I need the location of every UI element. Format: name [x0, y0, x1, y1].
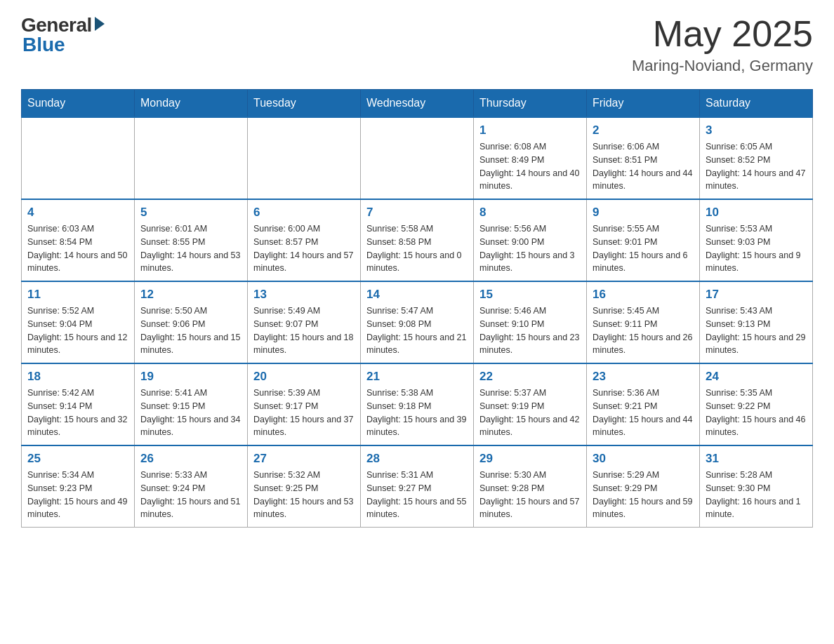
- calendar-cell-4-5: 22Sunrise: 5:37 AMSunset: 9:19 PMDayligh…: [474, 363, 587, 445]
- calendar-cell-1-5: 1Sunrise: 6:08 AMSunset: 8:49 PMDaylight…: [474, 117, 587, 199]
- day-info: Sunrise: 5:46 AMSunset: 9:10 PMDaylight:…: [479, 304, 581, 357]
- day-info: Sunrise: 5:41 AMSunset: 9:15 PMDaylight:…: [140, 387, 241, 439]
- day-info: Sunrise: 5:52 AMSunset: 9:04 PMDaylight:…: [27, 304, 128, 357]
- day-info: Sunrise: 5:35 AMSunset: 9:22 PMDaylight:…: [706, 387, 807, 439]
- day-number: 4: [27, 206, 128, 220]
- title-section: May 2025 Maring-Noviand, Germany: [632, 14, 813, 75]
- day-number: 6: [253, 206, 355, 220]
- day-info: Sunrise: 6:05 AMSunset: 8:52 PMDaylight:…: [706, 140, 807, 193]
- month-title: May 2025: [632, 14, 813, 54]
- day-info: Sunrise: 5:42 AMSunset: 9:14 PMDaylight:…: [27, 387, 128, 439]
- day-info: Sunrise: 5:38 AMSunset: 9:18 PMDaylight:…: [366, 387, 468, 439]
- day-number: 20: [253, 370, 355, 384]
- calendar-header-monday: Monday: [135, 90, 248, 118]
- day-number: 14: [366, 288, 468, 302]
- calendar-cell-4-2: 19Sunrise: 5:41 AMSunset: 9:15 PMDayligh…: [135, 363, 248, 445]
- calendar-header-row: SundayMondayTuesdayWednesdayThursdayFrid…: [22, 90, 813, 118]
- day-info: Sunrise: 5:45 AMSunset: 9:11 PMDaylight:…: [593, 304, 694, 357]
- day-info: Sunrise: 5:43 AMSunset: 9:13 PMDaylight:…: [706, 304, 807, 357]
- day-number: 3: [706, 123, 807, 137]
- calendar-cell-4-7: 24Sunrise: 5:35 AMSunset: 9:22 PMDayligh…: [700, 363, 813, 445]
- calendar-week-row-3: 11Sunrise: 5:52 AMSunset: 9:04 PMDayligh…: [22, 281, 813, 363]
- calendar-cell-2-6: 9Sunrise: 5:55 AMSunset: 9:01 PMDaylight…: [587, 199, 700, 281]
- day-number: 25: [27, 452, 128, 466]
- page-header: General Blue May 2025 Maring-Noviand, Ge…: [21, 14, 813, 75]
- day-info: Sunrise: 6:06 AMSunset: 8:51 PMDaylight:…: [593, 140, 694, 193]
- calendar-cell-5-3: 27Sunrise: 5:32 AMSunset: 9:25 PMDayligh…: [248, 445, 361, 528]
- day-info: Sunrise: 5:55 AMSunset: 9:01 PMDaylight:…: [593, 222, 694, 275]
- calendar-cell-3-3: 13Sunrise: 5:49 AMSunset: 9:07 PMDayligh…: [248, 281, 361, 363]
- calendar-table: SundayMondayTuesdayWednesdayThursdayFrid…: [21, 89, 813, 528]
- day-info: Sunrise: 5:28 AMSunset: 9:30 PMDaylight:…: [706, 469, 807, 521]
- day-info: Sunrise: 6:01 AMSunset: 8:55 PMDaylight:…: [140, 222, 241, 275]
- calendar-cell-3-4: 14Sunrise: 5:47 AMSunset: 9:08 PMDayligh…: [361, 281, 474, 363]
- day-number: 1: [479, 123, 581, 137]
- logo-blue-text: Blue: [22, 34, 65, 56]
- day-number: 31: [706, 452, 807, 466]
- calendar-header-tuesday: Tuesday: [248, 90, 361, 118]
- calendar-cell-2-2: 5Sunrise: 6:01 AMSunset: 8:55 PMDaylight…: [135, 199, 248, 281]
- calendar-cell-3-2: 12Sunrise: 5:50 AMSunset: 9:06 PMDayligh…: [135, 281, 248, 363]
- calendar-cell-2-4: 7Sunrise: 5:58 AMSunset: 8:58 PMDaylight…: [361, 199, 474, 281]
- day-number: 28: [366, 452, 468, 466]
- calendar-cell-3-5: 15Sunrise: 5:46 AMSunset: 9:10 PMDayligh…: [474, 281, 587, 363]
- day-info: Sunrise: 5:39 AMSunset: 9:17 PMDaylight:…: [253, 387, 355, 439]
- day-info: Sunrise: 5:49 AMSunset: 9:07 PMDaylight:…: [253, 304, 355, 357]
- day-number: 15: [479, 288, 581, 302]
- calendar-cell-3-7: 17Sunrise: 5:43 AMSunset: 9:13 PMDayligh…: [700, 281, 813, 363]
- logo-arrow-icon: [95, 17, 105, 31]
- day-info: Sunrise: 5:33 AMSunset: 9:24 PMDaylight:…: [140, 469, 241, 521]
- calendar-cell-3-1: 11Sunrise: 5:52 AMSunset: 9:04 PMDayligh…: [22, 281, 135, 363]
- calendar-cell-1-2: [135, 117, 248, 199]
- day-number: 12: [140, 288, 241, 302]
- day-info: Sunrise: 5:58 AMSunset: 8:58 PMDaylight:…: [366, 222, 468, 275]
- calendar-cell-4-4: 21Sunrise: 5:38 AMSunset: 9:18 PMDayligh…: [361, 363, 474, 445]
- day-info: Sunrise: 5:53 AMSunset: 9:03 PMDaylight:…: [706, 222, 807, 275]
- calendar-cell-2-3: 6Sunrise: 6:00 AMSunset: 8:57 PMDaylight…: [248, 199, 361, 281]
- day-number: 7: [366, 206, 468, 220]
- day-info: Sunrise: 5:34 AMSunset: 9:23 PMDaylight:…: [27, 469, 128, 521]
- calendar-cell-4-3: 20Sunrise: 5:39 AMSunset: 9:17 PMDayligh…: [248, 363, 361, 445]
- day-number: 17: [706, 288, 807, 302]
- calendar-cell-4-6: 23Sunrise: 5:36 AMSunset: 9:21 PMDayligh…: [587, 363, 700, 445]
- day-number: 29: [479, 452, 581, 466]
- day-info: Sunrise: 5:29 AMSunset: 9:29 PMDaylight:…: [593, 469, 694, 521]
- day-number: 10: [706, 206, 807, 220]
- day-number: 16: [593, 288, 694, 302]
- calendar-cell-5-7: 31Sunrise: 5:28 AMSunset: 9:30 PMDayligh…: [700, 445, 813, 528]
- day-number: 13: [253, 288, 355, 302]
- calendar-cell-1-4: [361, 117, 474, 199]
- calendar-cell-3-6: 16Sunrise: 5:45 AMSunset: 9:11 PMDayligh…: [587, 281, 700, 363]
- day-info: Sunrise: 5:31 AMSunset: 9:27 PMDaylight:…: [366, 469, 468, 521]
- day-number: 8: [479, 206, 581, 220]
- day-info: Sunrise: 6:03 AMSunset: 8:54 PMDaylight:…: [27, 222, 128, 275]
- calendar-cell-1-6: 2Sunrise: 6:06 AMSunset: 8:51 PMDaylight…: [587, 117, 700, 199]
- logo: General Blue: [21, 14, 105, 56]
- day-number: 21: [366, 370, 468, 384]
- day-number: 18: [27, 370, 128, 384]
- calendar-cell-4-1: 18Sunrise: 5:42 AMSunset: 9:14 PMDayligh…: [22, 363, 135, 445]
- day-info: Sunrise: 5:30 AMSunset: 9:28 PMDaylight:…: [479, 469, 581, 521]
- day-number: 5: [140, 206, 241, 220]
- calendar-cell-2-1: 4Sunrise: 6:03 AMSunset: 8:54 PMDaylight…: [22, 199, 135, 281]
- day-info: Sunrise: 5:47 AMSunset: 9:08 PMDaylight:…: [366, 304, 468, 357]
- calendar-header-wednesday: Wednesday: [361, 90, 474, 118]
- day-number: 11: [27, 288, 128, 302]
- day-number: 27: [253, 452, 355, 466]
- day-number: 19: [140, 370, 241, 384]
- day-info: Sunrise: 5:36 AMSunset: 9:21 PMDaylight:…: [593, 387, 694, 439]
- day-number: 24: [706, 370, 807, 384]
- day-info: Sunrise: 5:50 AMSunset: 9:06 PMDaylight:…: [140, 304, 241, 357]
- calendar-cell-1-7: 3Sunrise: 6:05 AMSunset: 8:52 PMDaylight…: [700, 117, 813, 199]
- calendar-cell-1-3: [248, 117, 361, 199]
- day-info: Sunrise: 5:32 AMSunset: 9:25 PMDaylight:…: [253, 469, 355, 521]
- calendar-cell-5-2: 26Sunrise: 5:33 AMSunset: 9:24 PMDayligh…: [135, 445, 248, 528]
- calendar-week-row-5: 25Sunrise: 5:34 AMSunset: 9:23 PMDayligh…: [22, 445, 813, 528]
- day-info: Sunrise: 5:56 AMSunset: 9:00 PMDaylight:…: [479, 222, 581, 275]
- calendar-header-sunday: Sunday: [22, 90, 135, 118]
- day-info: Sunrise: 6:08 AMSunset: 8:49 PMDaylight:…: [479, 140, 581, 193]
- day-number: 26: [140, 452, 241, 466]
- day-number: 30: [593, 452, 694, 466]
- calendar-cell-5-4: 28Sunrise: 5:31 AMSunset: 9:27 PMDayligh…: [361, 445, 474, 528]
- day-number: 2: [593, 123, 694, 137]
